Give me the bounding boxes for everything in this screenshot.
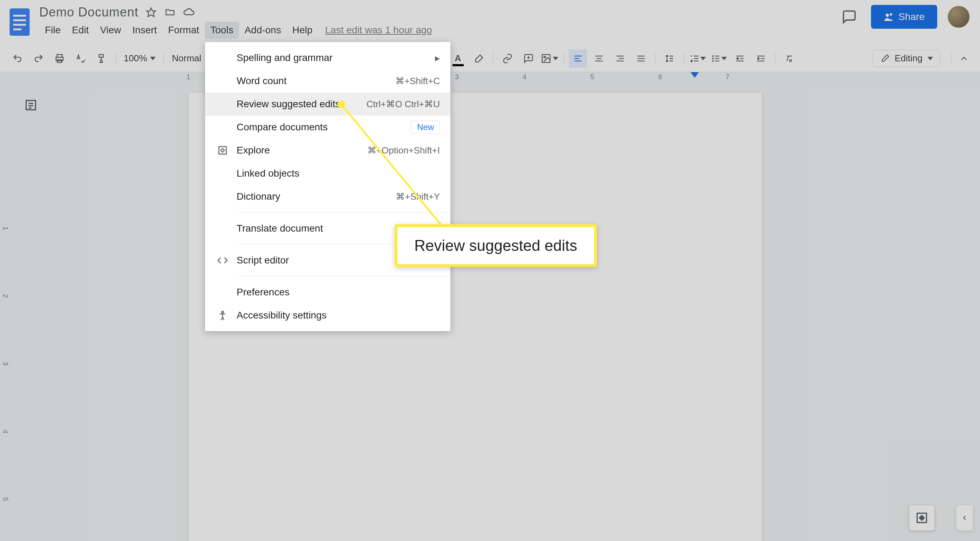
- highlight-color-button[interactable]: [470, 49, 488, 68]
- menubar: File Edit View Insert Format Tools Add-o…: [39, 22, 838, 38]
- menu-divider: [237, 276, 450, 276]
- chevron-down-icon: [700, 57, 706, 60]
- menu-word-count[interactable]: Word count ⌘+Shift+C: [205, 69, 450, 92]
- submenu-arrow-icon: ▸: [435, 52, 440, 64]
- cloud-icon[interactable]: [183, 6, 195, 19]
- script-icon: [216, 253, 229, 267]
- format-paint-button[interactable]: [92, 49, 111, 68]
- align-right-button[interactable]: [611, 49, 629, 68]
- toolbar-right: Editing: [873, 49, 973, 68]
- new-badge: New: [411, 121, 440, 134]
- menu-dictionary[interactable]: Dictionary ⌘+Shift+Y: [205, 185, 450, 208]
- clear-formatting-button[interactable]: [780, 49, 799, 68]
- callout-dot: [337, 101, 345, 108]
- svg-rect-11: [99, 54, 104, 57]
- svg-point-13: [544, 56, 546, 58]
- menu-edit[interactable]: Edit: [66, 22, 94, 38]
- toolbar: 100% Normal A Editing: [0, 45, 980, 72]
- numbered-list-button[interactable]: [689, 49, 707, 68]
- menu-format[interactable]: Format: [162, 22, 205, 38]
- collapse-toolbar-button[interactable]: [955, 49, 973, 68]
- increase-indent-button[interactable]: [752, 49, 770, 68]
- svg-point-26: [712, 56, 713, 56]
- vertical-ruler[interactable]: 1 2 3 4 5: [0, 83, 10, 541]
- star-icon[interactable]: [145, 6, 158, 19]
- horizontal-ruler[interactable]: 1 3 4 5 6 7: [0, 72, 980, 83]
- separator: [655, 51, 655, 65]
- svg-marker-5: [147, 8, 156, 17]
- document-outline-button[interactable]: [21, 95, 41, 115]
- svg-rect-4: [13, 29, 21, 30]
- separator: [775, 51, 775, 65]
- chevron-down-icon: [553, 57, 558, 60]
- menu-tools[interactable]: Tools: [205, 22, 239, 38]
- spellcheck-button[interactable]: [72, 49, 90, 68]
- account-avatar[interactable]: [948, 6, 969, 28]
- move-icon[interactable]: [164, 6, 176, 19]
- separator: [563, 51, 564, 65]
- svg-point-43: [221, 311, 223, 313]
- document-title[interactable]: Demo Document: [39, 5, 138, 20]
- undo-button[interactable]: [8, 49, 27, 68]
- chevron-down-icon: [721, 57, 727, 60]
- svg-point-27: [712, 58, 713, 59]
- menu-preferences[interactable]: Preferences: [205, 281, 450, 304]
- chevron-down-icon: [928, 57, 933, 60]
- callout-box: Review suggested edits: [395, 224, 597, 267]
- share-button[interactable]: Share: [871, 5, 937, 29]
- align-left-button[interactable]: [569, 49, 587, 68]
- line-spacing-button[interactable]: [660, 49, 679, 68]
- menu-help[interactable]: Help: [287, 22, 318, 38]
- title-row: Demo Document: [39, 5, 838, 20]
- menu-spelling-grammar[interactable]: Spelling and grammar ▸: [205, 46, 450, 69]
- svg-rect-1: [13, 15, 26, 16]
- canvas-area: 1 2 3 4 5: [0, 83, 980, 541]
- svg-rect-42: [219, 146, 226, 154]
- side-panel-toggle[interactable]: [956, 505, 973, 530]
- tools-menu-dropdown: Spelling and grammar ▸ Word count ⌘+Shif…: [205, 42, 450, 331]
- menu-file[interactable]: File: [39, 22, 66, 38]
- last-edit-link[interactable]: Last edit was 1 hour ago: [325, 22, 432, 38]
- insert-comment-button[interactable]: [519, 49, 538, 68]
- svg-point-6: [886, 14, 889, 17]
- bulleted-list-button[interactable]: [710, 49, 728, 68]
- insert-link-button[interactable]: [498, 49, 517, 68]
- align-center-button[interactable]: [590, 49, 608, 68]
- separator: [116, 51, 116, 65]
- svg-rect-0: [10, 8, 29, 36]
- menu-insert[interactable]: Insert: [127, 22, 162, 38]
- align-justify-button[interactable]: [632, 49, 650, 68]
- menu-linked-objects[interactable]: Linked objects: [205, 162, 450, 185]
- svg-rect-3: [13, 24, 26, 25]
- menu-review-suggested-edits[interactable]: Review suggested edits Ctrl+⌘O Ctrl+⌘U: [205, 92, 450, 116]
- menu-accessibility-settings[interactable]: Accessibility settings: [205, 304, 450, 327]
- svg-rect-2: [13, 19, 26, 21]
- explore-icon: [216, 143, 229, 157]
- menu-explore[interactable]: Explore ⌘+Option+Shift+I: [205, 139, 450, 162]
- title-area: Demo Document File Edit View Insert Form…: [39, 5, 838, 38]
- docs-home-icon[interactable]: [7, 5, 32, 39]
- menu-addons[interactable]: Add-ons: [239, 22, 287, 38]
- accessibility-icon: [216, 308, 229, 322]
- explore-fab[interactable]: [909, 505, 934, 530]
- right-indent-marker[interactable]: [690, 72, 699, 78]
- chevron-down-icon: [150, 57, 156, 60]
- header-right: Share: [838, 5, 969, 29]
- menu-compare-documents[interactable]: Compare documents New: [205, 116, 450, 139]
- redo-button[interactable]: [29, 49, 48, 68]
- paragraph-style-select[interactable]: Normal: [167, 53, 209, 64]
- svg-point-28: [712, 60, 713, 61]
- svg-point-7: [890, 13, 892, 16]
- titlebar: Demo Document File Edit View Insert Form…: [0, 0, 980, 45]
- print-button[interactable]: [51, 49, 69, 68]
- menu-view[interactable]: View: [94, 22, 127, 38]
- decrease-indent-button[interactable]: [731, 49, 749, 68]
- insert-image-button[interactable]: [541, 49, 559, 68]
- comments-button[interactable]: [838, 6, 861, 28]
- share-label: Share: [898, 11, 924, 22]
- text-color-button[interactable]: A: [449, 49, 467, 68]
- separator: [163, 51, 164, 65]
- separator: [493, 51, 493, 65]
- zoom-select[interactable]: 100%: [119, 53, 160, 64]
- editing-mode-button[interactable]: Editing: [873, 50, 941, 67]
